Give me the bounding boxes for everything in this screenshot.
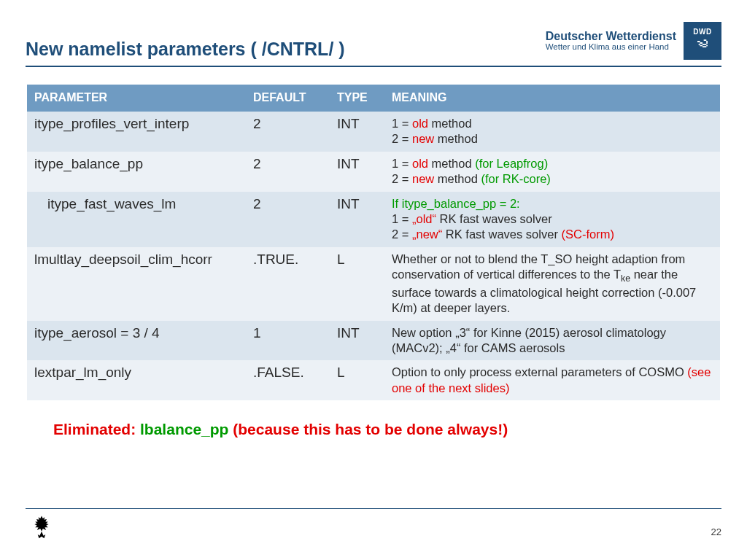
col-type: TYPE [330, 85, 384, 112]
table-row: lextpar_lm_only.FALSE.LOption to only pr… [27, 360, 720, 400]
col-parameter: PARAMETER [27, 85, 246, 112]
table-row: itype_profiles_vert_interp2INT1 = old me… [27, 112, 720, 152]
swirl-icon: ༄ [697, 36, 708, 56]
brand-block: Deutscher Wetterdienst Wetter und Klima … [546, 22, 721, 60]
col-meaning: MEANING [384, 85, 720, 112]
page-title: New namelist parameters ( /CNTRL/ ) [26, 39, 546, 60]
brand-main: Deutscher Wetterdienst [546, 31, 676, 43]
col-default: DEFAULT [246, 85, 330, 112]
bottom-rule [26, 508, 721, 509]
table-row: itype_fast_waves_lm2INTIf itype_balance_… [27, 192, 720, 247]
params-table: PARAMETER DEFAULT TYPE MEANING itype_pro… [27, 85, 720, 400]
table-row: itype_balance_pp2INT1 = old method (for … [27, 152, 720, 192]
eagle-icon [26, 513, 58, 550]
brand-sub: Wetter und Klima aus einer Hand [546, 42, 676, 51]
eliminated-note: Eliminated: lbalance_pp (because this ha… [53, 421, 721, 438]
table-row: lmultlay_deepsoil_clim_hcorr.TRUE.LWheth… [27, 247, 720, 321]
table-row: itype_aerosol = 3 / 41INTNew option „3“ … [27, 321, 720, 361]
page-number: 22 [711, 526, 721, 537]
dwd-logo: DWD ༄ [684, 22, 721, 60]
top-rule [26, 66, 721, 67]
